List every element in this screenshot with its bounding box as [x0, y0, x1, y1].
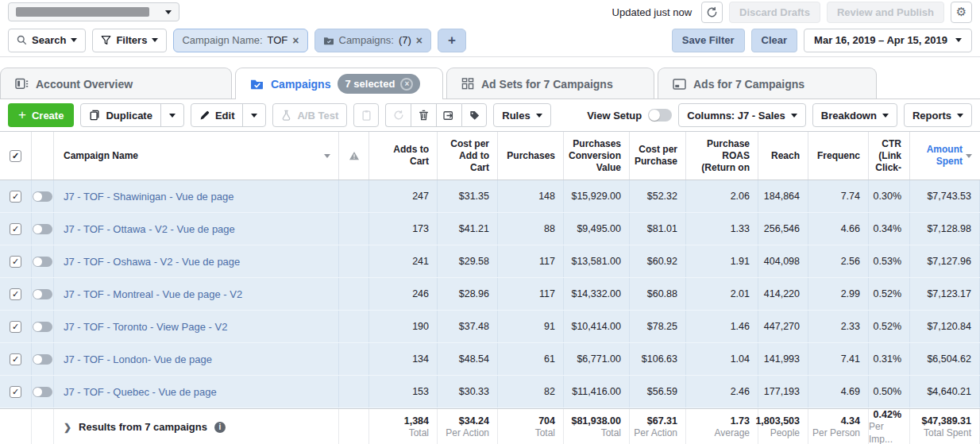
row-checkbox[interactable]: ✓ — [10, 353, 21, 365]
column-label: Amount Spent — [913, 144, 963, 168]
duplicate-button[interactable]: Duplicate — [81, 110, 160, 122]
table-row: ✓ J7 - TOF - Oshawa - V2 - Vue de page 2… — [0, 245, 980, 278]
close-icon[interactable]: × — [416, 34, 422, 47]
chevron-down-icon[interactable] — [324, 154, 330, 158]
cost-per-purchase-cell: $78.25 — [630, 311, 686, 342]
revert-button[interactable] — [385, 103, 411, 127]
chip-label: Campaign Name: — [182, 34, 262, 46]
reach-cell: 447,270 — [758, 311, 808, 342]
tab-account-overview[interactable]: Account Overview — [0, 68, 232, 99]
campaign-active-toggle[interactable] — [33, 387, 52, 397]
campaign-active-toggle[interactable] — [33, 322, 52, 332]
filters-button[interactable]: Filters — [92, 29, 167, 52]
add-filter-button[interactable]: + — [438, 29, 466, 52]
header-amount-spent-sorted[interactable]: Amount Spent — [910, 132, 980, 180]
header-reach[interactable]: Reach — [758, 132, 808, 180]
header-delivery-status[interactable] — [339, 132, 369, 180]
select-all-checkbox[interactable]: ✓ — [10, 150, 21, 162]
filter-chip-campaign-name[interactable]: Campaign Name: TOF × — [173, 29, 307, 52]
chevron-right-icon[interactable]: ❯ — [64, 422, 71, 433]
info-icon[interactable]: i — [214, 422, 226, 433]
create-button[interactable]: + Create — [8, 103, 74, 127]
header-purchases[interactable]: Purchases — [498, 132, 564, 180]
tab-ads[interactable]: Ads for 7 Campaigns — [658, 68, 877, 99]
refresh-button[interactable] — [701, 2, 723, 23]
campaign-name-link[interactable]: J7 - TOF - Ottawa - V2 - Vue de page — [64, 223, 235, 235]
warning-triangle-icon — [349, 151, 360, 160]
adds-to-cart-cell: 173 — [369, 213, 438, 245]
edit-button[interactable]: Edit — [191, 110, 243, 122]
campaign-name-link[interactable]: J7 - TOF - Oshawa - V2 - Vue de page — [64, 256, 240, 268]
deselect-close-icon[interactable]: × — [400, 78, 413, 91]
purchase-roas-cell: 2.46 — [686, 376, 758, 407]
row-checkbox[interactable]: ✓ — [10, 256, 21, 268]
save-filter-button[interactable]: Save Filter — [672, 29, 745, 52]
export-placements-button[interactable] — [436, 103, 461, 127]
campaign-name-link[interactable]: J7 - TOF - Quebec - Vue de page — [64, 386, 217, 398]
campaign-name-link[interactable]: J7 - TOF - Montreal - Vue de page - V2 — [64, 288, 242, 300]
filter-chip-campaigns[interactable]: Campaigns: (7) × — [314, 29, 431, 52]
header-frequency[interactable]: Frequenc — [808, 132, 869, 180]
discard-drafts-button[interactable]: Discard Drafts — [729, 2, 820, 23]
delete-button[interactable] — [411, 103, 436, 127]
reports-button[interactable]: Reports — [904, 103, 972, 127]
header-cost-per-purchase[interactable]: Cost per Purchase — [630, 132, 686, 180]
row-checkbox[interactable]: ✓ — [10, 288, 21, 300]
edit-dropdown[interactable] — [243, 114, 265, 118]
row-checkbox[interactable]: ✓ — [10, 386, 21, 398]
row-checkbox-cell: ✓ — [0, 180, 32, 212]
header-purchases-conversion-value[interactable]: Purchases Conversion Value — [564, 132, 630, 180]
tag-button[interactable] — [461, 103, 487, 127]
ctr-cell: 0.34% — [869, 213, 910, 245]
header-ctr[interactable]: CTR (Link Click- — [869, 132, 910, 180]
view-setup-toggle[interactable] — [648, 109, 672, 122]
campaign-name-link[interactable]: J7 - TOF - Shawinigan - Vue de page — [64, 191, 233, 203]
top-bar: Updated just now Discard Drafts Review a… — [0, 0, 980, 24]
row-checkbox[interactable]: ✓ — [10, 321, 21, 333]
breakdown-button[interactable]: Breakdown — [812, 103, 897, 127]
search-button[interactable]: Search — [8, 29, 86, 52]
badge-label: 7 selected — [345, 78, 395, 90]
cost-per-purchase-cell: $60.92 — [630, 245, 686, 277]
campaign-active-toggle[interactable] — [33, 289, 52, 299]
purchases-conversion-value-cell: $11,416.00 — [564, 376, 630, 407]
columns-button[interactable]: Columns: J7 - Sales — [678, 103, 806, 127]
paste-button[interactable] — [353, 103, 379, 127]
row-checkbox-cell: ✓ — [0, 376, 32, 407]
frequency-cell: 4.69 — [808, 376, 869, 407]
ad-sets-grid-icon — [461, 78, 474, 90]
campaign-active-toggle[interactable] — [33, 224, 52, 234]
close-icon[interactable]: × — [292, 34, 299, 47]
clear-filter-button[interactable]: Clear — [751, 29, 798, 52]
tab-ad-sets[interactable]: Ad Sets for 7 Campaigns — [446, 68, 654, 99]
campaign-name-link[interactable]: J7 - TOF - London- Vue de page — [64, 353, 212, 365]
tab-campaigns[interactable]: Campaigns 7 selected × — [235, 68, 443, 99]
cost-per-purchase-cell: $81.01 — [630, 213, 686, 245]
account-selector[interactable] — [8, 2, 179, 21]
rules-button[interactable]: Rules — [493, 103, 550, 127]
campaign-name-cell: J7 - TOF - Quebec - Vue de page — [54, 376, 339, 407]
ab-test-button[interactable]: A/B Test — [272, 103, 347, 127]
review-publish-button[interactable]: Review and Publish — [827, 2, 944, 23]
purchases-conversion-value-cell: $6,771.00 — [564, 343, 630, 375]
date-range-picker[interactable]: Mar 16, 2019 – Apr 15, 2019 — [804, 29, 972, 52]
header-adds-to-cart[interactable]: Adds to Cart — [369, 132, 438, 180]
frequency-cell: 4.66 — [808, 213, 869, 245]
results-label: Results from 7 campaigns — [79, 421, 207, 433]
settings-button[interactable]: ⚙ — [951, 2, 972, 23]
campaign-active-toggle[interactable] — [33, 354, 52, 365]
header-purchase-roas[interactable]: Purchase ROAS (Return on — [686, 132, 758, 180]
duplicate-dropdown[interactable] — [161, 114, 183, 118]
campaign-name-link[interactable]: J7 - TOF - Toronto - View Page - V2 — [64, 321, 227, 333]
delivery-cell — [339, 343, 369, 375]
footer-frequency: 4.34Per Person — [808, 409, 869, 444]
frequency-cell: 7.74 — [808, 180, 869, 212]
row-checkbox[interactable]: ✓ — [10, 191, 21, 203]
adds-to-cart-cell: 246 — [369, 278, 438, 310]
campaign-active-toggle[interactable] — [33, 257, 52, 267]
header-cost-per-add-to-cart[interactable]: Cost per Add to Cart — [438, 132, 498, 180]
row-checkbox[interactable]: ✓ — [10, 223, 21, 235]
table-body: ✓ J7 - TOF - Shawinigan - Vue de page 24… — [0, 180, 980, 408]
campaign-active-toggle[interactable] — [33, 191, 52, 202]
header-campaign-name[interactable]: Campaign Name — [54, 132, 339, 180]
